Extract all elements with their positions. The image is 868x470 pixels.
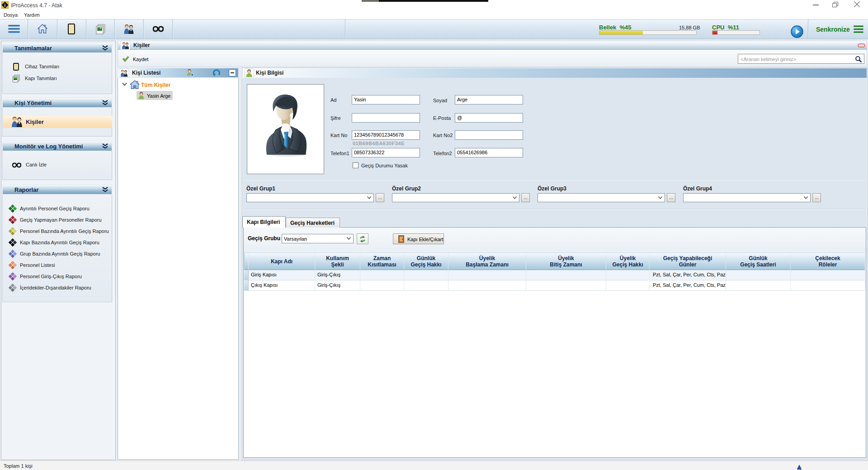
svg-text:i: i [5, 3, 6, 8]
